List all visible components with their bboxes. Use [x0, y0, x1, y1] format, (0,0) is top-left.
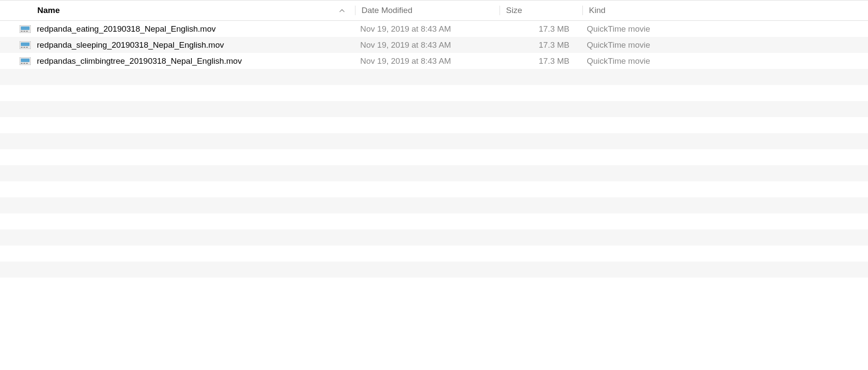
empty-row [0, 213, 868, 229]
empty-row [0, 229, 868, 246]
svg-rect-12 [21, 63, 23, 64]
svg-rect-9 [26, 47, 28, 48]
svg-rect-7 [21, 47, 23, 48]
svg-rect-6 [21, 43, 30, 46]
file-kind: QuickTime movie [587, 56, 868, 66]
column-header-size-label: Size [506, 6, 522, 15]
empty-row [0, 181, 868, 197]
sort-ascending-icon [339, 7, 349, 14]
file-kind: QuickTime movie [587, 24, 868, 34]
file-kind: QuickTime movie [587, 40, 868, 50]
empty-row [0, 69, 868, 85]
empty-row [0, 165, 868, 181]
file-date-modified: Nov 19, 2019 at 8:43 AM [360, 56, 504, 66]
movie-file-icon [20, 25, 31, 33]
svg-rect-13 [23, 63, 25, 64]
svg-rect-2 [21, 31, 23, 32]
empty-row [0, 149, 868, 165]
empty-row [0, 117, 868, 133]
column-header-size[interactable]: Size [500, 0, 582, 20]
empty-row [0, 246, 868, 262]
file-name: redpanda_sleeping_20190318_Nepal_English… [37, 40, 360, 50]
empty-row [0, 101, 868, 117]
svg-rect-3 [23, 31, 25, 32]
file-name: redpandas_climbingtree_20190318_Nepal_En… [37, 56, 360, 66]
movie-file-icon [20, 57, 31, 65]
file-size: 17.3 MB [504, 56, 587, 66]
column-header-name-label: Name [37, 6, 60, 15]
empty-row [0, 197, 868, 213]
svg-rect-11 [21, 59, 30, 62]
file-name: redpanda_eating_20190318_Nepal_English.m… [37, 24, 360, 34]
column-header-row: Name Date Modified Size Kind [0, 0, 868, 21]
empty-row [0, 133, 868, 149]
file-size: 17.3 MB [504, 24, 587, 34]
column-header-date-label: Date Modified [362, 6, 412, 15]
svg-rect-4 [26, 31, 28, 32]
file-date-modified: Nov 19, 2019 at 8:43 AM [360, 40, 504, 50]
empty-row [0, 262, 868, 278]
empty-row [0, 85, 868, 101]
table-row[interactable]: redpandas_climbingtree_20190318_Nepal_En… [0, 53, 868, 69]
movie-file-icon [20, 41, 31, 49]
svg-rect-8 [23, 47, 25, 48]
column-header-kind[interactable]: Kind [583, 0, 868, 20]
file-size: 17.3 MB [504, 40, 587, 50]
svg-rect-1 [21, 26, 30, 30]
file-browser: Name Date Modified Size Kind redpanda_ea… [0, 0, 868, 294]
column-header-date[interactable]: Date Modified [355, 0, 500, 20]
file-date-modified: Nov 19, 2019 at 8:43 AM [360, 24, 504, 34]
empty-row [0, 278, 868, 294]
svg-rect-14 [26, 63, 28, 64]
file-list: redpanda_eating_20190318_Nepal_English.m… [0, 21, 868, 294]
column-header-kind-label: Kind [589, 6, 605, 15]
column-header-name[interactable]: Name [0, 0, 355, 20]
table-row[interactable]: redpanda_eating_20190318_Nepal_English.m… [0, 21, 868, 37]
table-row[interactable]: redpanda_sleeping_20190318_Nepal_English… [0, 37, 868, 53]
